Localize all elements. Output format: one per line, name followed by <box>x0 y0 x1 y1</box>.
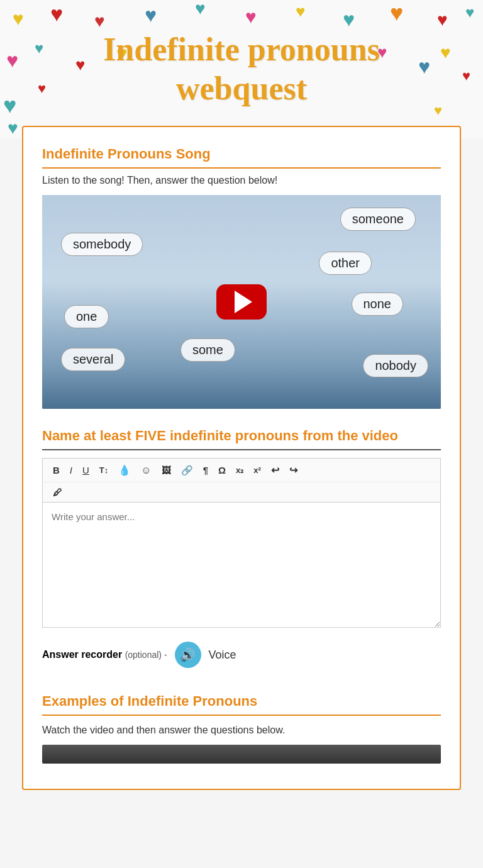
main-card: Indefinite Pronouns Song Listen to the s… <box>22 126 461 790</box>
song-section-title: Indefinite Pronouns Song <box>42 146 441 169</box>
image-button[interactable]: 🖼 <box>158 463 175 477</box>
song-description: Listen to the song! Then, answer the que… <box>42 175 441 186</box>
heart-decoration: ♥ <box>8 120 18 137</box>
examples-title: Examples of Indefinite Pronouns <box>42 693 441 716</box>
examples-section: Examples of Indefinite Pronouns Watch th… <box>42 693 441 764</box>
undo-button[interactable]: ↩ <box>267 462 283 478</box>
heart-decoration: ♥ <box>462 69 470 83</box>
editor-toolbar: B I U T↕ 💧 ☺ 🖼 🔗 ¶ Ω x₂ x² ↩ ↪ <box>42 458 441 482</box>
examples-description: Watch the video and then answer the ques… <box>42 725 441 736</box>
answer-recorder: Answer recorder (optional) - 🔊 Voice <box>42 642 441 668</box>
font-size-button[interactable]: T↕ <box>96 464 112 477</box>
video-player[interactable]: somebody someone other one none several … <box>42 195 441 409</box>
examples-video[interactable] <box>42 745 441 764</box>
subscript-button[interactable]: x₂ <box>232 464 247 477</box>
word-some: some <box>180 338 235 362</box>
heart-decoration: ♥ <box>3 94 16 117</box>
word-several: several <box>61 348 125 371</box>
answer-recorder-label: Answer recorder (optional) - <box>42 649 167 660</box>
bold-button[interactable]: B <box>49 463 64 477</box>
heart-decoration: ♥ <box>35 41 43 56</box>
heart-decoration: ♥ <box>440 44 451 62</box>
heart-decoration: ♥ <box>245 8 257 26</box>
redo-button[interactable]: ↪ <box>286 462 301 478</box>
word-somebody: somebody <box>61 233 143 256</box>
heart-decoration: ♥ <box>94 13 105 30</box>
header: ♥♥♥♥♥♥♥♥♥♥♥♥♥♥♥♥♥♥♥♥♥♥♥ Indefinite prono… <box>0 0 483 138</box>
heart-decoration: ♥ <box>75 57 85 73</box>
heart-decoration: ♥ <box>195 0 206 18</box>
answer-input[interactable] <box>42 502 441 628</box>
text-color-button[interactable]: 💧 <box>114 462 135 478</box>
italic-button[interactable]: I <box>66 463 76 477</box>
editor-toolbar-row2: 🖊 <box>42 482 441 502</box>
word-none: none <box>352 292 404 316</box>
heart-decoration: ♥ <box>38 82 46 96</box>
link-button[interactable]: 🔗 <box>177 463 197 478</box>
question-section: Name at least FIVE indefinite pronouns f… <box>42 428 441 668</box>
page-title: Indefinite pronouns webquest <box>103 30 380 109</box>
word-other: other <box>319 252 372 275</box>
paragraph-button[interactable]: ¶ <box>199 463 212 477</box>
word-nobody: nobody <box>363 354 428 377</box>
heart-decoration: ♥ <box>390 2 403 25</box>
question-title: Name at least FIVE indefinite pronouns f… <box>42 428 441 450</box>
eraser-button[interactable]: 🖊 <box>49 485 66 499</box>
heart-decoration: ♥ <box>145 5 157 25</box>
heart-decoration: ♥ <box>13 9 24 28</box>
play-button[interactable] <box>216 284 267 320</box>
heart-decoration: ♥ <box>6 50 18 70</box>
heart-decoration: ♥ <box>50 3 63 25</box>
voice-label: Voice <box>209 648 236 662</box>
heart-decoration: ♥ <box>434 104 442 118</box>
emoji-button[interactable]: ☺ <box>137 463 155 478</box>
superscript-button[interactable]: x² <box>250 464 265 477</box>
heart-decoration: ♥ <box>437 11 448 29</box>
heart-decoration: ♥ <box>296 3 305 19</box>
recorder-icon[interactable]: 🔊 <box>175 642 201 668</box>
word-one: one <box>64 305 109 328</box>
special-char-button[interactable]: Ω <box>214 463 230 477</box>
underline-button[interactable]: U <box>79 463 93 477</box>
song-section: Indefinite Pronouns Song Listen to the s… <box>42 146 441 409</box>
heart-decoration: ♥ <box>465 5 474 20</box>
word-someone: someone <box>340 208 416 231</box>
heart-decoration: ♥ <box>418 57 430 77</box>
heart-decoration: ♥ <box>343 9 355 30</box>
